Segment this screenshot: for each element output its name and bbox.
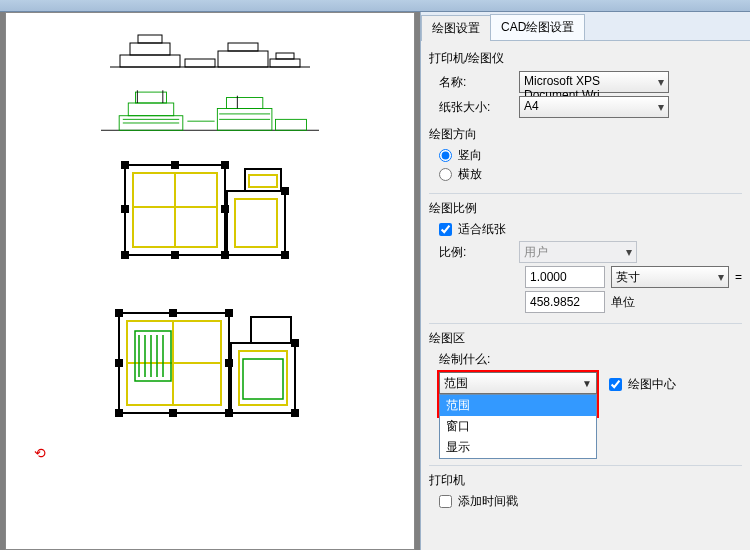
orientation-landscape-radio[interactable] — [439, 168, 452, 181]
svg-rect-56 — [115, 309, 123, 317]
chevron-down-icon: ▼ — [582, 378, 592, 389]
svg-rect-3 — [138, 35, 162, 43]
fit-to-paper-label: 适合纸张 — [458, 221, 506, 238]
plot-what-selected: 范围 — [444, 375, 468, 392]
svg-rect-44 — [251, 317, 291, 343]
svg-rect-28 — [235, 199, 277, 247]
svg-rect-11 — [128, 103, 173, 116]
group-orientation: 绘图方向 — [429, 126, 742, 143]
scale-paper-value[interactable] — [525, 266, 605, 288]
svg-rect-55 — [243, 359, 283, 399]
tab-cad-plot-settings[interactable]: CAD绘图设置 — [490, 14, 585, 40]
scale-drawing-unit-label: 单位 — [611, 294, 635, 311]
plot-what-dropdown[interactable]: 范围 ▼ — [439, 372, 597, 394]
group-printer: 打印机 — [429, 472, 742, 489]
paper-size-dropdown[interactable]: A4 — [519, 96, 669, 118]
print-preview-pane: ⟲ — [0, 12, 420, 550]
svg-rect-15 — [226, 98, 262, 109]
orientation-portrait-radio[interactable] — [439, 149, 452, 162]
drawing-plan-upper — [115, 147, 305, 277]
scale-drawing-value[interactable] — [525, 291, 605, 313]
svg-rect-35 — [121, 205, 129, 213]
svg-rect-61 — [115, 409, 123, 417]
svg-rect-6 — [228, 43, 258, 51]
tab-plot-settings[interactable]: 绘图设置 — [421, 15, 491, 41]
svg-rect-40 — [281, 187, 289, 195]
svg-rect-60 — [225, 359, 233, 367]
svg-rect-37 — [121, 251, 129, 259]
svg-rect-41 — [281, 251, 289, 259]
svg-rect-43 — [231, 343, 295, 413]
scale-paper-unit-dropdown[interactable]: 英寸 — [611, 266, 729, 288]
svg-rect-38 — [171, 251, 179, 259]
svg-rect-36 — [221, 205, 229, 213]
drawing-elevation — [110, 29, 310, 69]
svg-rect-39 — [221, 251, 229, 259]
svg-rect-32 — [121, 161, 129, 169]
svg-rect-4 — [185, 59, 215, 67]
timestamp-label: 添加时间戳 — [458, 493, 518, 510]
paper-size-label: 纸张大小: — [439, 99, 519, 116]
drawing-section — [101, 83, 319, 133]
tab-bar: 绘图设置 CAD绘图设置 — [421, 12, 750, 41]
settings-panel: 绘图设置 CAD绘图设置 打印机/绘图仪 名称: Microsoft XPS D… — [420, 12, 750, 550]
group-printer-plotter: 打印机/绘图仪 — [429, 50, 742, 67]
svg-rect-5 — [218, 51, 268, 67]
paper-preview: ⟲ — [5, 12, 415, 550]
orientation-portrait-label: 竖向 — [458, 147, 482, 164]
svg-rect-2 — [130, 43, 170, 55]
origin-marker-icon: ⟲ — [34, 445, 46, 461]
group-plot-area: 绘图区 — [429, 330, 742, 347]
svg-rect-64 — [291, 339, 299, 347]
orientation-landscape-label: 横放 — [458, 166, 482, 183]
scale-ratio-label: 比例: — [439, 244, 519, 261]
svg-rect-31 — [249, 175, 277, 187]
svg-rect-49 — [135, 331, 171, 381]
drawing-plan-lower — [105, 291, 315, 441]
svg-rect-16 — [275, 119, 306, 130]
svg-rect-12 — [135, 92, 166, 103]
svg-rect-63 — [225, 409, 233, 417]
svg-rect-65 — [291, 409, 299, 417]
plot-center-checkbox[interactable] — [609, 378, 622, 391]
svg-rect-7 — [270, 59, 300, 67]
svg-rect-62 — [169, 409, 177, 417]
plot-what-label: 绘制什么: — [439, 351, 742, 368]
svg-rect-8 — [276, 53, 294, 59]
window-titlebar — [0, 0, 750, 12]
plot-what-option-display[interactable]: 显示 — [440, 437, 596, 458]
plot-center-label: 绘图中心 — [628, 376, 676, 393]
svg-rect-58 — [225, 309, 233, 317]
plot-what-option-window[interactable]: 窗口 — [440, 416, 596, 437]
svg-rect-59 — [115, 359, 123, 367]
timestamp-checkbox[interactable] — [439, 495, 452, 508]
printer-name-label: 名称: — [439, 74, 519, 91]
fit-to-paper-checkbox[interactable] — [439, 223, 452, 236]
svg-rect-34 — [221, 161, 229, 169]
scale-ratio-dropdown[interactable]: 用户 — [519, 241, 637, 263]
equals-label: = — [735, 270, 742, 284]
plot-what-dropdown-list: 范围 窗口 显示 — [439, 394, 597, 459]
svg-rect-33 — [171, 161, 179, 169]
svg-rect-1 — [120, 55, 180, 67]
svg-rect-57 — [169, 309, 177, 317]
group-scale: 绘图比例 — [429, 200, 742, 217]
printer-name-dropdown[interactable]: Microsoft XPS Document Wri — [519, 71, 669, 93]
plot-what-option-extents[interactable]: 范围 — [440, 395, 596, 416]
